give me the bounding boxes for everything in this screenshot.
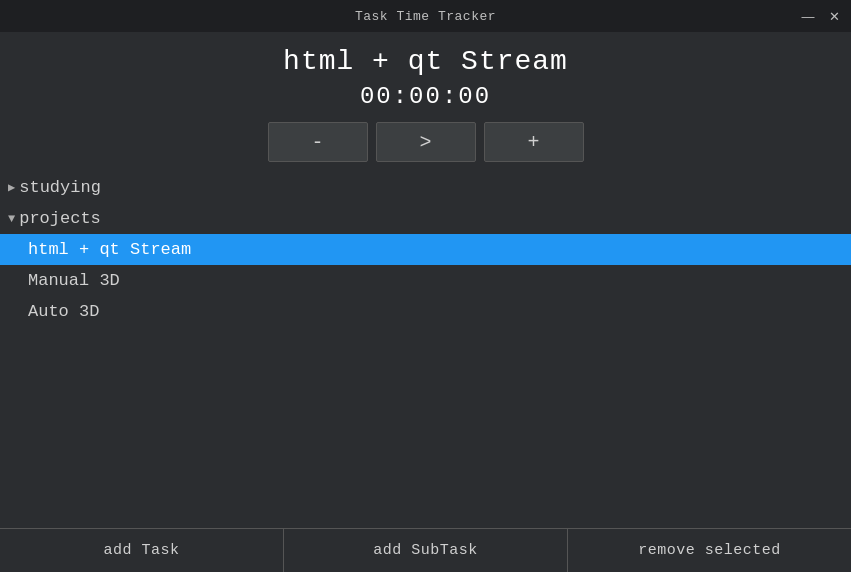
bottom-toolbar: add Task add SubTask remove selected xyxy=(0,528,851,572)
play-button[interactable]: > xyxy=(376,122,476,162)
header: html + qt Stream 00:00:00 - > + xyxy=(0,32,851,172)
studying-label: studying xyxy=(19,178,101,197)
remove-selected-button[interactable]: remove selected xyxy=(568,529,851,572)
task-html-qt-stream-label: html + qt Stream xyxy=(28,240,191,259)
task-manual-3d-label: Manual 3D xyxy=(28,271,120,290)
close-button[interactable]: ✕ xyxy=(825,7,843,25)
plus-button[interactable]: + xyxy=(484,122,584,162)
title-bar-controls: — ✕ xyxy=(799,7,843,25)
group-studying[interactable]: ▶ studying xyxy=(0,172,851,203)
projects-arrow: ▼ xyxy=(8,212,15,226)
timer-display: 00:00:00 xyxy=(360,83,491,110)
window-title: Task Time Tracker xyxy=(355,9,496,24)
task-manual-3d[interactable]: Manual 3D xyxy=(0,265,851,296)
task-html-qt-stream[interactable]: html + qt Stream xyxy=(0,234,851,265)
task-auto-3d[interactable]: Auto 3D xyxy=(0,296,851,327)
playback-controls: - > + xyxy=(268,122,584,162)
add-task-button[interactable]: add Task xyxy=(0,529,284,572)
add-subtask-button[interactable]: add SubTask xyxy=(284,529,568,572)
title-bar: Task Time Tracker — ✕ xyxy=(0,0,851,32)
task-list: ▶ studying ▼ projects html + qt Stream M… xyxy=(0,172,851,528)
group-projects[interactable]: ▼ projects xyxy=(0,203,851,234)
task-auto-3d-label: Auto 3D xyxy=(28,302,99,321)
projects-label: projects xyxy=(19,209,101,228)
studying-arrow: ▶ xyxy=(8,180,15,195)
minimize-button[interactable]: — xyxy=(799,7,817,25)
current-task-title: html + qt Stream xyxy=(283,46,568,77)
minus-button[interactable]: - xyxy=(268,122,368,162)
